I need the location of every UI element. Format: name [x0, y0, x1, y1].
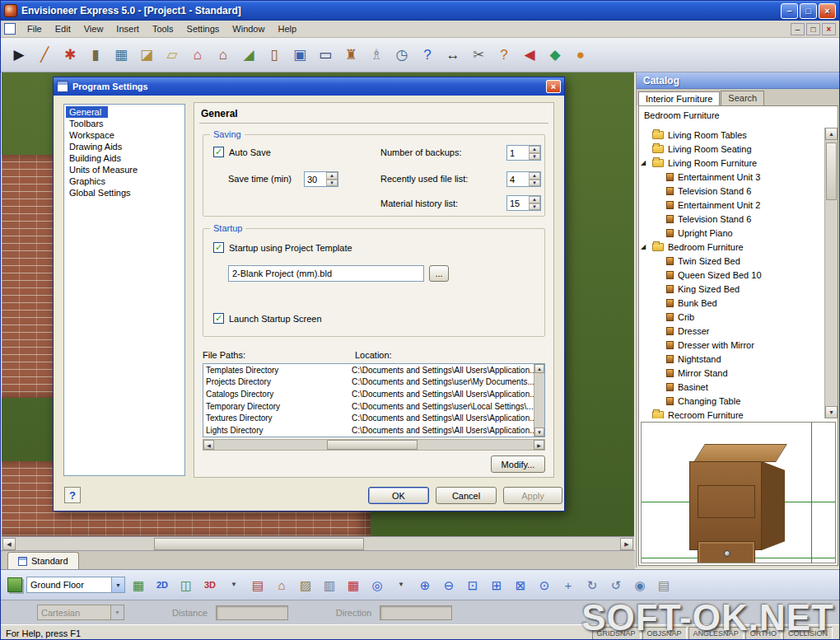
startup-template-checkbox[interactable]: ✓: [213, 242, 224, 253]
expand-arrow-icon[interactable]: ◢: [641, 243, 650, 250]
catalog-tab[interactable]: Interior Furniture: [638, 91, 720, 106]
material-history-spinner[interactable]: 15 ▲▼: [506, 195, 541, 211]
library-icon[interactable]: ▤: [653, 574, 674, 596]
zoom-window-icon[interactable]: ⊡: [462, 574, 483, 596]
settings-category-item[interactable]: Building Aids: [66, 152, 128, 164]
roof-tool-icon[interactable]: ⌂: [186, 44, 209, 67]
zoom-region-icon[interactable]: ⊞: [486, 574, 507, 596]
help-button[interactable]: ?: [64, 487, 81, 503]
estimator-icon[interactable]: ▦: [343, 574, 364, 596]
Templates Directory[interactable]: Templates Directory C:\Documents and Set…: [203, 364, 544, 376]
spin-down-icon[interactable]: ▼: [326, 180, 338, 187]
view-2d-icon[interactable]: 2D: [152, 574, 173, 596]
menu-item[interactable]: Insert: [110, 22, 146, 35]
pencil-tool-icon[interactable]: ╱: [33, 44, 56, 67]
direction-field[interactable]: [380, 605, 452, 620]
scroll-right-icon[interactable]: ▶: [620, 538, 633, 550]
catalog-header[interactable]: Catalog: [637, 72, 840, 89]
apply-button[interactable]: Apply: [503, 487, 562, 504]
publish-icon[interactable]: ●: [569, 44, 592, 67]
Textures Directory[interactable]: Textures Directory C:\Documents and Sett…: [203, 412, 544, 424]
tree-item[interactable]: Television Stand 6: [639, 212, 824, 226]
view-3d-icon[interactable]: 3D: [199, 574, 221, 596]
rendered-view-icon[interactable]: ⌂: [271, 574, 292, 596]
catalog-vertical-scrollbar[interactable]: ▲ ▼: [824, 128, 838, 418]
settings-category-item[interactable]: Workspace: [66, 129, 121, 141]
modify-button[interactable]: Modify...: [491, 455, 545, 473]
clock-tool-icon[interactable]: ◷: [390, 44, 413, 67]
screen-tool-icon[interactable]: ▭: [314, 44, 337, 67]
recent-files-spinner[interactable]: 4 ▲▼: [506, 171, 541, 187]
tree-item[interactable]: Recroom Furniture: [639, 408, 824, 418]
settings-category-item[interactable]: Units of Measure: [66, 164, 144, 175]
mdi-close-button[interactable]: ×: [822, 23, 836, 35]
hvac-icon[interactable]: ▥: [319, 574, 340, 596]
mdi-restore-button[interactable]: □: [806, 23, 820, 35]
look-icon[interactable]: ◉: [629, 574, 651, 596]
browse-button[interactable]: ...: [429, 265, 449, 282]
elevation-view-icon[interactable]: ◫: [175, 574, 197, 596]
scrollbar-thumb[interactable]: [327, 440, 418, 450]
cancel-button[interactable]: Cancel: [436, 487, 497, 504]
tree-item[interactable]: Living Room Tables: [639, 128, 824, 142]
zoom-extents-icon[interactable]: ⊠: [510, 574, 531, 596]
file-paths-horizontal-scrollbar[interactable]: ◀ ▶: [203, 439, 545, 451]
catalog-group-label[interactable]: Bedroom Furniture: [639, 106, 838, 123]
terrain-tool-icon[interactable]: ◢: [237, 44, 260, 67]
tree-item[interactable]: Basinet: [639, 380, 824, 394]
close-button[interactable]: ×: [819, 3, 836, 19]
menu-item[interactable]: File: [21, 22, 49, 35]
window-tool-icon[interactable]: ▣: [288, 44, 311, 67]
tree-item[interactable]: Living Room Seating: [639, 142, 824, 156]
spin-down-icon[interactable]: ▼: [529, 153, 540, 161]
spin-up-icon[interactable]: ▲: [326, 172, 338, 180]
slab-tool-icon[interactable]: ◪: [135, 44, 158, 67]
dimension-tool-icon[interactable]: ↔: [441, 44, 464, 67]
settings-category-item[interactable]: General: [66, 106, 108, 118]
menu-item[interactable]: Settings: [180, 22, 226, 35]
zoom-out-icon[interactable]: ⊖: [438, 574, 460, 596]
Catalogs Directory[interactable]: Catalogs Directory C:\Documents and Sett…: [203, 388, 544, 400]
stair-tool-icon[interactable]: ▱: [161, 44, 184, 67]
settings-category-item[interactable]: Drawing Aids: [66, 141, 128, 152]
pan-icon[interactable]: +: [558, 574, 579, 596]
scroll-left-icon[interactable]: ◀: [2, 538, 16, 550]
select-tool-icon[interactable]: ▶: [7, 44, 30, 67]
back-arrow-icon[interactable]: ◀: [518, 44, 541, 67]
framing-view-icon[interactable]: ▤: [247, 574, 268, 596]
orbit-icon[interactable]: ↻: [581, 574, 603, 596]
spin-up-icon[interactable]: ▲: [529, 172, 540, 180]
compass-icon[interactable]: ◎: [366, 574, 388, 596]
connections-icon[interactable]: ✱: [58, 44, 82, 67]
ok-button[interactable]: OK: [368, 487, 429, 504]
view-dropdown-icon[interactable]: ▼: [223, 574, 245, 596]
backups-spinner[interactable]: 1 ▲▼: [506, 145, 541, 161]
tree-item[interactable]: Upright Piano: [639, 226, 824, 240]
tree-item[interactable]: Queen Sized Bed 10: [639, 268, 824, 282]
expand-arrow-icon[interactable]: ◢: [641, 159, 650, 166]
scroll-right-icon[interactable]: ▶: [534, 440, 544, 450]
view-gem-icon[interactable]: ◆: [544, 44, 567, 67]
column-tool-icon[interactable]: ▮: [84, 44, 107, 67]
Projects Directory[interactable]: Projects Directory C:\Documents and Sett…: [203, 376, 544, 389]
template-file-field[interactable]: 2-Blank Project (mm).bld: [228, 265, 424, 282]
menu-item[interactable]: Tools: [146, 22, 180, 35]
tree-item[interactable]: Entertainment Unit 2: [639, 198, 824, 212]
cut-tool-icon[interactable]: ✂: [467, 44, 490, 67]
zoom-selected-icon[interactable]: ⊙: [534, 574, 555, 596]
compass-dropdown-icon[interactable]: ▼: [390, 574, 412, 596]
tree-item[interactable]: Dresser with Mirror: [639, 338, 824, 352]
tree-item[interactable]: ◢ Bedroom Furniture: [639, 240, 824, 254]
tree-item[interactable]: Nightstand: [639, 352, 824, 366]
launch-startup-checkbox[interactable]: ✓: [213, 313, 224, 324]
house-tool-icon[interactable]: ⌂: [212, 44, 235, 67]
spin-down-icon[interactable]: ▼: [529, 180, 540, 187]
tree-item[interactable]: King Sized Bed: [639, 282, 824, 296]
floor-selector-combo[interactable]: Ground Floor ▼: [26, 577, 125, 593]
scroll-left-icon[interactable]: ◀: [203, 440, 214, 450]
tab-standard[interactable]: Standard: [7, 552, 79, 569]
tree-item[interactable]: Crib: [639, 310, 824, 324]
menu-item[interactable]: View: [77, 22, 110, 35]
spin-up-icon[interactable]: ▲: [529, 146, 540, 153]
menu-item[interactable]: Edit: [49, 22, 77, 35]
